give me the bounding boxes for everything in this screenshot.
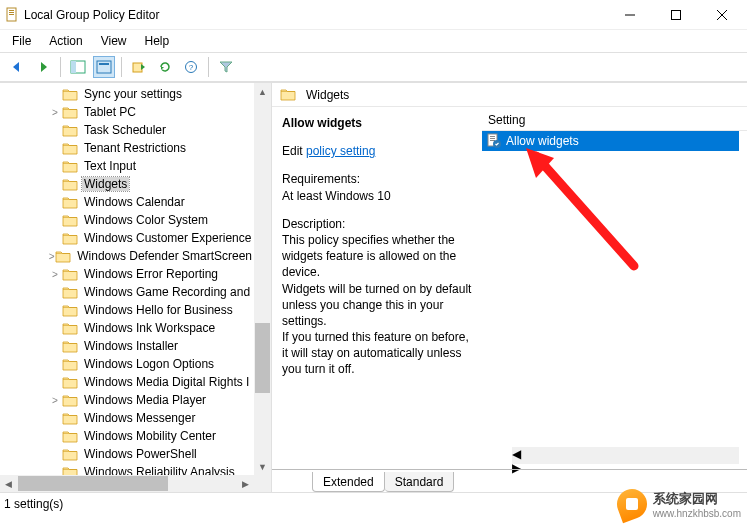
tree-item-label: Task Scheduler [82,123,168,137]
folder-icon [62,178,78,191]
tree-item[interactable]: Windows Reliability Analysis [0,463,254,475]
settings-column: Setting Allow widgets ◀ ▶ [482,107,747,492]
requirements-label: Requirements: [282,171,472,187]
window-title: Local Group Policy Editor [24,8,607,22]
settings-row-selected[interactable]: Allow widgets [482,131,739,151]
folder-icon [62,430,78,443]
tree-item-label: Widgets [82,177,129,191]
minimize-button[interactable] [607,0,653,30]
tree-pane: Sync your settings>Tablet PCTask Schedul… [0,83,272,492]
tree-item-label: Windows Calendar [82,195,187,209]
tree-item[interactable]: >Tablet PC [0,103,254,121]
tree-item[interactable]: Windows Color System [0,211,254,229]
tree-item[interactable]: Windows Game Recording and [0,283,254,301]
tree-item[interactable]: Tenant Restrictions [0,139,254,157]
tree-item[interactable]: Windows Logon Options [0,355,254,373]
svg-rect-8 [9,14,14,15]
tree-item-label: Windows Logon Options [82,357,216,371]
settings-horizontal-scrollbar[interactable]: ◀ ▶ [512,447,739,464]
tree-item[interactable]: Windows Mobility Center [0,427,254,445]
folder-icon [62,376,78,389]
back-button[interactable] [6,56,28,78]
highlighted-toolbar-button[interactable] [93,56,115,78]
app-icon [2,7,24,23]
forward-button[interactable] [32,56,54,78]
tree-item-label: Windows Media Player [82,393,208,407]
details-header: Widgets [272,83,747,107]
tree-item[interactable]: Widgets [0,175,254,193]
tree-item[interactable]: Windows Ink Workspace [0,319,254,337]
tree-item-label: Windows Defender SmartScreen [75,249,254,263]
folder-icon [62,106,78,119]
expand-icon[interactable]: > [48,269,62,280]
title-bar: Local Group Policy Editor [0,0,747,30]
tree-vertical-scrollbar[interactable]: ▲ ▼ [254,83,271,475]
tree-item[interactable]: Windows Media Digital Rights I [0,373,254,391]
close-button[interactable] [699,0,745,30]
export-button[interactable] [128,56,150,78]
watermark-icon [612,485,650,523]
tree-item-label: Windows Customer Experience [82,231,253,245]
tree-list[interactable]: Sync your settings>Tablet PCTask Schedul… [0,85,254,475]
menu-view[interactable]: View [93,32,135,50]
tree-item-label: Windows Mobility Center [82,429,218,443]
details-category-title: Widgets [306,88,349,102]
settings-row-label: Allow widgets [506,134,579,148]
tree-item-label: Windows Ink Workspace [82,321,217,335]
help-button[interactable]: ? [180,56,202,78]
menu-bar: File Action View Help [0,30,747,52]
menu-file[interactable]: File [4,32,39,50]
maximize-button[interactable] [653,0,699,30]
description-column: Allow widgets Edit policy setting Requir… [272,107,482,492]
tab-standard[interactable]: Standard [385,472,455,492]
tree-item-label: Sync your settings [82,87,184,101]
refresh-button[interactable] [154,56,176,78]
tree-item[interactable]: Windows Installer [0,337,254,355]
show-hide-tree-button[interactable] [67,56,89,78]
tree-item[interactable]: Windows Hello for Business [0,301,254,319]
tree-item-label: Windows Installer [82,339,180,353]
tree-item[interactable]: >Windows Error Reporting [0,265,254,283]
tree-item[interactable]: Windows Customer Experience [0,229,254,247]
selected-policy-title: Allow widgets [282,115,472,131]
tree-item[interactable]: Windows Messenger [0,409,254,427]
tree-horizontal-scrollbar[interactable]: ◀ ▶ [0,475,254,492]
menu-help[interactable]: Help [137,32,178,50]
tree-item[interactable]: Windows PowerShell [0,445,254,463]
tree-item[interactable]: Windows Calendar [0,193,254,211]
svg-rect-9 [672,10,681,19]
tree-item-label: Windows Messenger [82,411,197,425]
tree-item-label: Windows Color System [82,213,210,227]
tree-item[interactable]: Text Input [0,157,254,175]
folder-icon [62,88,78,101]
settings-column-header[interactable]: Setting [482,109,747,131]
tab-extended[interactable]: Extended [312,472,385,492]
folder-icon [62,214,78,227]
svg-rect-6 [9,10,14,11]
details-pane: Widgets Allow widgets Edit policy settin… [272,83,747,492]
svg-rect-13 [99,63,109,65]
toolbar: ? [0,52,747,82]
folder-icon [62,412,78,425]
status-text: 1 setting(s) [4,497,63,511]
expand-icon[interactable]: > [48,251,55,262]
svg-text:?: ? [189,63,194,72]
folder-icon [62,286,78,299]
folder-icon [62,322,78,335]
watermark-url: www.hnzkhbsb.com [653,508,741,519]
workarea: Sync your settings>Tablet PCTask Schedul… [0,82,747,492]
expand-icon[interactable]: > [48,395,62,406]
filter-button[interactable] [215,56,237,78]
tree-item[interactable]: >Windows Media Player [0,391,254,409]
edit-policy-link[interactable]: policy setting [306,144,375,158]
svg-rect-7 [9,12,14,13]
tree-item[interactable]: Sync your settings [0,85,254,103]
menu-action[interactable]: Action [41,32,90,50]
folder-icon [62,142,78,155]
folder-icon [62,448,78,461]
requirements-text: At least Windows 10 [282,188,472,204]
tree-item[interactable]: >Windows Defender SmartScreen [0,247,254,265]
svg-rect-11 [71,61,76,73]
expand-icon[interactable]: > [48,107,62,118]
tree-item[interactable]: Task Scheduler [0,121,254,139]
